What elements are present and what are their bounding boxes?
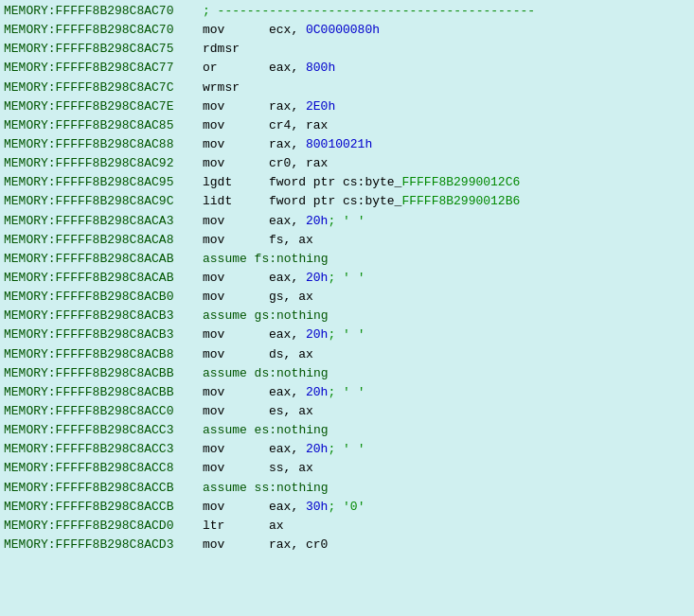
operand: fword ptr cs:byte_FFFFF8B2990012B6 [269,192,520,211]
mnemonic: wrmsr [203,79,269,97]
numeric-value: 20h [306,327,328,342]
operand: cr0, rax [269,154,328,173]
operand: eax, 30h [269,498,328,517]
operand-text: rax, [269,137,306,151]
assume-directive: assume es:nothing [203,421,329,440]
address: MEMORY:FFFFF8B298C8ACB3 [4,307,203,326]
disassembly-view: { "lines": [ {"addr": "MEMORY:FFFFF8B298… [0,0,694,616]
inline-comment: ; ' ' [328,383,365,402]
operand-text: eax, [269,61,306,75]
mnemonic: mov [203,383,269,402]
mnemonic: mov [203,154,269,173]
address: MEMORY:FFFFF8B298C8ACC3 [4,440,203,459]
operand: ax [269,517,284,536]
address: MEMORY:FFFFF8B298C8ACC0 [4,402,203,421]
code-line: MEMORY:FFFFF8B298C8ACA3moveax, 20h ; ' ' [4,212,690,231]
operand-text: rax, [269,99,306,114]
numeric-value: 800h [306,61,335,75]
mnemonic: mov [203,345,269,364]
operand-text: cr0, rax [269,156,328,170]
assume-directive: assume ss:nothing [203,479,329,498]
code-line: MEMORY:FFFFF8B298C8ACC3moveax, 20h ; ' ' [4,440,690,459]
operand: eax, 800h [269,59,335,78]
operand: eax, 20h [269,269,328,288]
address: MEMORY:FFFFF8B298C8ACCB [4,498,203,517]
operand: fword ptr cs:byte_FFFFF8B2990012C6 [269,173,520,192]
code-line: MEMORY:FFFFF8B298C8ACCBmoveax, 30h ; '0' [4,498,690,517]
mnemonic: mov [203,536,269,554]
address: MEMORY:FFFFF8B298C8ACCB [4,479,203,498]
code-line: MEMORY:FFFFF8B298C8ACBBassume ds:nothing [4,364,690,383]
operand: es, ax [269,402,313,421]
address: MEMORY:FFFFF8B298C8AC70 [4,2,203,21]
operand: eax, 20h [269,440,328,459]
address: MEMORY:FFFFF8B298C8ACAB [4,250,203,269]
operand: rax, 2E0h [269,97,335,116]
code-line: MEMORY:FFFFF8B298C8AC92movcr0, rax [4,154,690,173]
mnemonic: rdmsr [203,40,269,59]
numeric-value: 2E0h [306,99,335,114]
code-line: MEMORY:FFFFF8B298C8AC7Cwrmsr [4,79,690,97]
address: MEMORY:FFFFF8B298C8AC77 [4,59,203,78]
operand-text: rax, cr0 [269,537,328,552]
mnemonic: mov [203,135,269,154]
address: MEMORY:FFFFF8B298C8ACD0 [4,517,203,536]
address: MEMORY:FFFFF8B298C8ACB3 [4,326,203,344]
mnemonic: mov [203,459,269,478]
code-line: MEMORY:FFFFF8B298C8AC9Clidtfword ptr cs:… [4,192,690,211]
address: MEMORY:FFFFF8B298C8AC70 [4,21,203,40]
code-line: MEMORY:FFFFF8B298C8ACC8movss, ax [4,459,690,478]
code-line: MEMORY:FFFFF8B298C8ACD3movrax, cr0 [4,536,690,554]
address: MEMORY:FFFFF8B298C8ACA8 [4,231,203,250]
assume-directive: assume gs:nothing [203,307,329,326]
operand-text: ax [269,519,284,533]
operand-text: fs, ax [269,233,313,247]
address: MEMORY:FFFFF8B298C8AC88 [4,135,203,154]
operand-text: ss, ax [269,461,313,475]
address: MEMORY:FFFFF8B298C8ACA3 [4,212,203,231]
numeric-value: 20h [306,214,328,228]
mnemonic: lgdt [203,173,269,192]
operand: eax, 20h [269,326,328,344]
code-line: MEMORY:FFFFF8B298C8ACA8movfs, ax [4,231,690,250]
address: MEMORY:FFFFF8B298C8ACAB [4,269,203,288]
code-line: MEMORY:FFFFF8B298C8ACCBassume ss:nothing [4,479,690,498]
assume-directive: assume ds:nothing [203,364,329,383]
operand: cr4, rax [269,116,328,135]
code-line: MEMORY:FFFFF8B298C8ACB8movds, ax [4,345,690,364]
address: MEMORY:FFFFF8B298C8ACD3 [4,536,203,554]
numeric-value: 30h [306,500,328,514]
operand-text: eax, [269,327,306,342]
operand-text: ds, ax [269,347,313,361]
address: MEMORY:FFFFF8B298C8AC7C [4,79,203,97]
operand: fs, ax [269,231,313,250]
operand-text: eax, [269,271,306,285]
operand-text: es, ax [269,404,313,418]
inline-comment: ; '0' [328,498,365,517]
code-line: MEMORY:FFFFF8B298C8AC88movrax, 80010021h [4,135,690,154]
inline-comment: ; ' ' [328,326,365,344]
mnemonic: mov [203,440,269,459]
code-line: MEMORY:FFFFF8B298C8ACB0movgs, ax [4,288,690,307]
operand: gs, ax [269,288,313,307]
mnemonic: mov [203,402,269,421]
address: MEMORY:FFFFF8B298C8AC7E [4,97,203,116]
code-line: MEMORY:FFFFF8B298C8ACBBmoveax, 20h ; ' ' [4,383,690,402]
address: MEMORY:FFFFF8B298C8ACC8 [4,459,203,478]
address: MEMORY:FFFFF8B298C8AC9C [4,192,203,211]
operand-text: eax, [269,214,306,228]
inline-comment: ; ' ' [328,440,365,459]
inline-comment: ; ' ' [328,269,365,288]
separator-comment: ; --------------------------------------… [203,2,535,21]
code-line: MEMORY:FFFFF8B298C8ACB3moveax, 20h ; ' ' [4,326,690,344]
mnemonic: mov [203,326,269,344]
operand-text: ecx, [269,23,306,37]
address: MEMORY:FFFFF8B298C8AC85 [4,116,203,135]
operand: ss, ax [269,459,313,478]
address: MEMORY:FFFFF8B298C8AC92 [4,154,203,173]
operand-text: fword ptr cs:byte_ [269,194,401,208]
code-line: MEMORY:FFFFF8B298C8AC70movecx, 0C0000080… [4,21,690,40]
operand-text: fword ptr cs:byte_ [269,175,401,189]
operand-text: eax, [269,385,306,399]
numeric-value: 20h [306,385,328,399]
